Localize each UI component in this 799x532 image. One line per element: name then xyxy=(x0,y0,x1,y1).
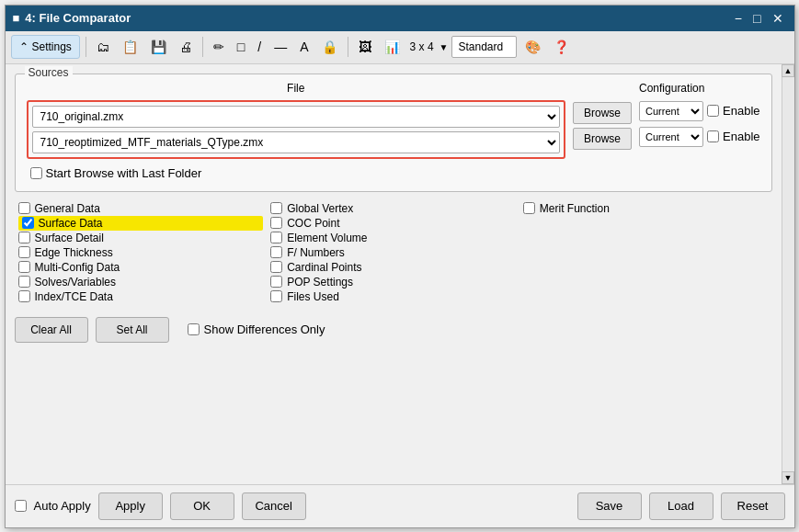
standard-dropdown[interactable]: Standard xyxy=(451,36,517,58)
enable2-checkbox[interactable] xyxy=(707,130,719,142)
pop-settings-checkbox[interactable] xyxy=(270,276,282,288)
toolbar-icon-btn-4[interactable]: 🖨 xyxy=(175,35,197,59)
files-used-checkbox[interactable] xyxy=(270,290,282,302)
browse-section: Browse Browse xyxy=(573,82,632,150)
index-tce-checkbox[interactable] xyxy=(18,290,30,302)
right-scrollbar[interactable]: ▲ ▼ xyxy=(782,64,794,484)
chevron-up-icon: ⌃ xyxy=(19,40,29,53)
config-header: Configuration xyxy=(639,82,759,95)
start-browse-label: Start Browse with Last Folder xyxy=(46,166,202,180)
checkbox-element-volume: Element Volume xyxy=(270,231,516,245)
sources-group: Sources File 710_original.zmx xyxy=(15,74,772,192)
toolbar-theme-btn[interactable]: 🎨 xyxy=(520,35,545,59)
auto-apply-label: Auto Apply xyxy=(34,499,91,513)
browse1-button[interactable]: Browse xyxy=(573,102,632,124)
f-numbers-checkbox[interactable] xyxy=(270,246,282,258)
toolbar-help-btn[interactable]: ❓ xyxy=(549,35,574,59)
file2-dropdown[interactable]: 710_reoptimized_MTF_materials_QType.zmx xyxy=(32,131,561,153)
file-highlighted-box: 710_original.zmx 710_reoptimized_MTF_mat… xyxy=(27,100,566,159)
global-vertex-label: Global Vertex xyxy=(287,202,353,215)
checkbox-col3: Merit Function xyxy=(523,201,769,304)
cancel-button[interactable]: Cancel xyxy=(242,492,306,520)
pop-settings-label: POP Settings xyxy=(287,276,353,289)
load-button[interactable]: Load xyxy=(649,492,713,520)
set-all-button[interactable]: Set All xyxy=(96,317,169,343)
general-data-checkbox[interactable] xyxy=(18,202,30,214)
settings-label: Settings xyxy=(32,40,72,53)
edge-thickness-label: Edge Thickness xyxy=(35,246,113,259)
toolbar: ⌃ Settings 🗂 📋 💾 🖨 ✏ □ / — A 🔒 🖼 📊 3 x 4… xyxy=(6,31,794,64)
merit-function-checkbox[interactable] xyxy=(523,202,535,214)
cardinal-points-checkbox[interactable] xyxy=(270,261,282,273)
toolbar-icon-btn-2[interactable]: 📋 xyxy=(118,35,143,59)
ok-button[interactable]: OK xyxy=(170,492,234,520)
general-data-label: General Data xyxy=(35,202,100,215)
show-diff-checkbox[interactable] xyxy=(188,323,200,335)
f-numbers-label: F/ Numbers xyxy=(287,246,345,259)
toolbar-divider-1 xyxy=(86,37,86,57)
enable1-checkbox[interactable] xyxy=(707,105,719,117)
scroll-up-arrow[interactable]: ▲ xyxy=(782,64,794,77)
config2-dropdown[interactable]: Current xyxy=(639,127,703,147)
checkbox-surface-data: Surface Data xyxy=(18,216,264,231)
checkboxes-grid: General Data Surface Data Surface Detail… xyxy=(15,201,772,304)
index-tce-label: Index/TCE Data xyxy=(35,290,113,303)
file1-dropdown[interactable]: 710_original.zmx xyxy=(32,106,561,128)
toolbar-img2-btn[interactable]: 📊 xyxy=(380,35,405,59)
clear-all-button[interactable]: Clear All xyxy=(15,317,88,343)
coc-point-label: COC Point xyxy=(287,217,339,230)
checkbox-general-data: General Data xyxy=(18,201,264,216)
restore-button[interactable]: □ xyxy=(749,12,764,25)
scroll-down-arrow[interactable]: ▼ xyxy=(782,471,794,484)
browse2-button[interactable]: Browse xyxy=(573,128,632,150)
sources-inner: File 710_original.zmx 710_reoptimized xyxy=(27,82,760,180)
solves-checkbox[interactable] xyxy=(18,276,30,288)
titlebar-controls: − □ ✕ xyxy=(731,12,787,25)
config-section: Configuration Current Enable Curren xyxy=(639,82,759,148)
toolbar-icon-btn-1[interactable]: 🗂 xyxy=(92,35,114,59)
grid-label: 3 x 4 xyxy=(410,40,434,53)
apply-button[interactable]: Apply xyxy=(98,492,163,520)
scroll-track[interactable] xyxy=(782,77,794,471)
auto-apply-checkbox[interactable] xyxy=(15,500,27,512)
checkbox-col2: Global Vertex COC Point Element Volume F… xyxy=(270,201,516,304)
save-button[interactable]: Save xyxy=(577,492,642,520)
file-section: File 710_original.zmx 710_reoptimized xyxy=(27,82,566,159)
element-volume-label: Element Volume xyxy=(287,232,367,244)
settings-button[interactable]: ⌃ Settings xyxy=(11,35,80,59)
files-used-label: Files Used xyxy=(287,290,339,303)
checkbox-multi-config: Multi-Config Data xyxy=(18,260,264,275)
edge-thickness-checkbox[interactable] xyxy=(18,246,30,258)
surface-detail-checkbox[interactable] xyxy=(18,232,30,243)
toolbar-divider-2 xyxy=(202,37,203,57)
multi-config-checkbox[interactable] xyxy=(18,261,30,273)
element-volume-checkbox[interactable] xyxy=(270,232,282,243)
config1-dropdown[interactable]: Current xyxy=(639,101,703,121)
file-row-2: 710_reoptimized_MTF_materials_QType.zmx xyxy=(32,131,561,153)
start-browse-row: Start Browse with Last Folder xyxy=(27,166,760,180)
toolbar-img-btn[interactable]: 🖼 xyxy=(354,35,376,59)
toolbar-line-btn[interactable]: / xyxy=(253,35,266,59)
reset-button[interactable]: Reset xyxy=(721,492,785,520)
toolbar-dash-btn[interactable]: — xyxy=(269,35,291,59)
checkbox-edge-thickness: Edge Thickness xyxy=(18,245,264,260)
surface-data-checkbox[interactable] xyxy=(22,217,34,229)
file-row-1: 710_original.zmx xyxy=(32,106,561,128)
global-vertex-checkbox[interactable] xyxy=(270,202,282,214)
toolbar-lock-btn[interactable]: 🔒 xyxy=(317,35,342,59)
close-button[interactable]: ✕ xyxy=(769,12,787,25)
toolbar-icon-btn-3[interactable]: 💾 xyxy=(146,35,171,59)
toolbar-rect-btn[interactable]: □ xyxy=(233,35,249,59)
toolbar-text-btn[interactable]: A xyxy=(295,35,313,59)
coc-point-checkbox[interactable] xyxy=(270,217,282,229)
checkbox-f-numbers: F/ Numbers xyxy=(270,245,516,260)
toolbar-pencil-btn[interactable]: ✏ xyxy=(209,35,229,59)
footer: Auto Apply Apply OK Cancel Save Load Res… xyxy=(6,484,794,527)
checkbox-col1: General Data Surface Data Surface Detail… xyxy=(18,201,264,304)
surface-detail-label: Surface Detail xyxy=(35,232,104,244)
main-window: ■ 4: File Comparator − □ ✕ ⌃ Settings 🗂 … xyxy=(5,5,795,528)
dropdown-arrow-1: ▼ xyxy=(439,42,449,52)
multi-config-label: Multi-Config Data xyxy=(35,261,120,274)
minimize-button[interactable]: − xyxy=(731,12,746,25)
start-browse-checkbox[interactable] xyxy=(30,167,42,179)
